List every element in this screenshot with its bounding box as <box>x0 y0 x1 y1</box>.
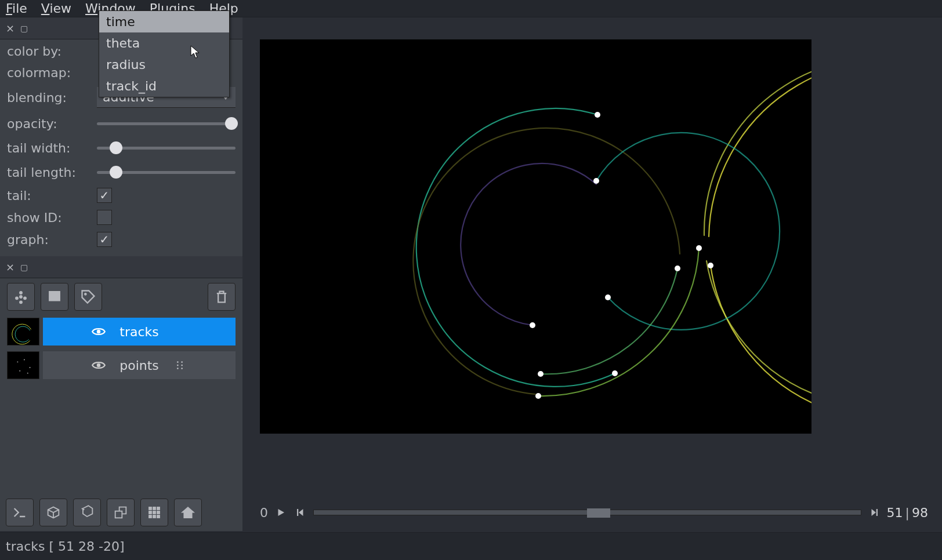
svg-point-35 <box>612 370 618 376</box>
slider-thumb[interactable] <box>110 166 122 179</box>
ndisplay-button[interactable] <box>39 499 67 526</box>
label-tail: tail: <box>7 188 97 203</box>
home-button[interactable] <box>174 499 202 526</box>
roll-dims-button[interactable] <box>73 499 101 526</box>
svg-point-1 <box>16 297 19 300</box>
dropdown-option-radius[interactable]: radius <box>99 54 229 75</box>
total-frames: 98 <box>912 506 928 520</box>
svg-point-8 <box>24 359 25 361</box>
svg-point-38 <box>708 263 713 268</box>
play-button[interactable] <box>274 506 288 519</box>
new-labels-layer-button[interactable] <box>74 283 102 311</box>
label-graph: graph: <box>7 232 97 247</box>
menu-view[interactable]: View <box>41 1 71 16</box>
svg-point-12 <box>97 363 101 368</box>
svg-point-3 <box>20 301 23 304</box>
svg-point-2 <box>24 297 27 300</box>
tail-width-slider[interactable] <box>97 139 236 157</box>
slider-knob[interactable] <box>587 508 610 518</box>
svg-point-6 <box>97 330 101 334</box>
frame-slider[interactable] <box>313 510 861 515</box>
slider-thumb[interactable] <box>110 141 122 154</box>
svg-rect-21 <box>153 507 156 510</box>
frame-start: 0 <box>260 506 268 520</box>
dropdown-option-theta[interactable]: theta <box>99 32 229 54</box>
layer-list-panel: tracks points <box>0 278 242 386</box>
close-icon[interactable]: × <box>6 22 15 34</box>
close-icon[interactable]: × <box>6 261 15 273</box>
layer-body[interactable]: tracks <box>43 318 236 346</box>
layer-thumbnail <box>7 318 39 346</box>
svg-rect-40 <box>876 509 877 516</box>
svg-rect-28 <box>157 515 160 518</box>
color-by-dropdown-popup: time theta radius track_id <box>99 10 230 97</box>
svg-point-13 <box>177 361 179 363</box>
grid-button[interactable] <box>140 499 168 526</box>
viewer-canvas[interactable] <box>260 39 811 434</box>
svg-rect-20 <box>149 507 152 510</box>
layer-row-tracks[interactable]: tracks <box>7 318 236 346</box>
current-frame: 51 <box>887 506 903 520</box>
label-tail-width: tail width: <box>7 141 97 155</box>
layer-body[interactable]: points <box>43 351 236 379</box>
menu-file[interactable]: File <box>6 1 27 16</box>
svg-rect-26 <box>149 515 152 518</box>
layers-list: tracks points <box>7 318 236 379</box>
delete-layer-button[interactable] <box>208 283 236 311</box>
svg-point-5 <box>85 293 87 296</box>
dims-slider: 0 51|98 <box>260 501 928 524</box>
step-forward-button[interactable] <box>867 506 881 519</box>
label-tail-length: tail length: <box>7 165 97 180</box>
label-color-by: color by: <box>7 44 97 59</box>
popout-icon[interactable]: ▢ <box>20 263 28 272</box>
svg-rect-22 <box>157 507 160 510</box>
tail-length-slider[interactable] <box>97 163 236 181</box>
layers-titlebar: × ▢ <box>0 256 242 278</box>
svg-rect-39 <box>297 509 298 516</box>
svg-point-15 <box>177 365 179 366</box>
console-button[interactable] <box>6 499 34 526</box>
layer-toolbar <box>7 283 236 311</box>
layer-thumbnail <box>7 351 39 379</box>
status-bar: tracks [ 51 28 -20] <box>0 532 942 560</box>
svg-rect-23 <box>149 511 152 514</box>
svg-point-29 <box>595 112 600 118</box>
slider-thumb[interactable] <box>225 117 238 130</box>
visibility-icon[interactable] <box>87 358 110 373</box>
new-shapes-layer-button[interactable] <box>41 283 68 311</box>
layer-row-points[interactable]: points <box>7 351 236 379</box>
svg-point-36 <box>675 266 680 271</box>
svg-point-33 <box>538 371 544 377</box>
graph-checkbox[interactable]: ✓ <box>97 232 112 247</box>
transpose-button[interactable] <box>107 499 135 526</box>
frame-readout: 51|98 <box>887 506 928 520</box>
label-colormap: colormap: <box>7 66 97 80</box>
drag-handle-icon[interactable] <box>168 359 191 372</box>
svg-point-10 <box>19 370 20 372</box>
viewer-buttons <box>6 499 202 526</box>
label-show-id: show ID: <box>7 210 97 225</box>
svg-point-9 <box>30 367 31 368</box>
layer-name: tracks <box>119 325 158 339</box>
dropdown-option-track-id[interactable]: track_id <box>99 75 229 97</box>
step-back-button[interactable] <box>294 506 307 519</box>
svg-point-7 <box>17 361 18 362</box>
svg-point-0 <box>20 292 23 294</box>
svg-rect-19 <box>115 511 122 518</box>
show-id-checkbox[interactable] <box>97 210 112 225</box>
label-opacity: opacity: <box>7 117 97 131</box>
opacity-slider[interactable] <box>97 115 236 132</box>
dropdown-option-time[interactable]: time <box>99 11 229 32</box>
new-points-layer-button[interactable] <box>7 283 35 311</box>
svg-point-34 <box>535 393 541 399</box>
svg-point-18 <box>181 368 183 369</box>
popout-icon[interactable]: ▢ <box>20 24 28 33</box>
visibility-icon[interactable] <box>87 324 110 339</box>
layer-name: points <box>119 358 159 373</box>
svg-rect-25 <box>157 511 160 514</box>
tail-checkbox[interactable]: ✓ <box>97 188 112 203</box>
svg-point-16 <box>181 365 183 366</box>
svg-point-14 <box>181 361 183 363</box>
status-text: tracks [ 51 28 -20] <box>6 539 125 554</box>
svg-point-17 <box>177 368 179 369</box>
